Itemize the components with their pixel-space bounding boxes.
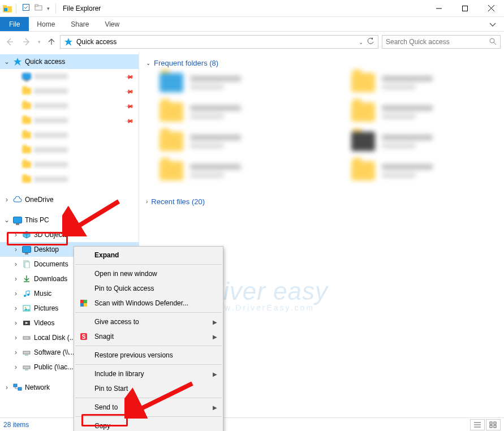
desktop-icon — [21, 244, 32, 255]
maximize-button[interactable] — [452, 0, 478, 17]
folder-item[interactable] — [160, 132, 306, 151]
cloud-icon — [12, 195, 23, 205]
tree-item-blurred[interactable] — [0, 157, 139, 172]
chevron-right-icon[interactable]: › — [12, 290, 19, 298]
address-text: Quick access — [76, 38, 359, 46]
ribbon-toggle-icon[interactable] — [481, 17, 504, 31]
cm-snagit[interactable]: SSnagit▶ — [74, 329, 223, 344]
submenu-arrow-icon: ▶ — [213, 404, 217, 411]
cm-copy[interactable]: Copy — [74, 419, 223, 431]
search-icon[interactable] — [489, 37, 497, 47]
view-tab[interactable]: View — [97, 17, 127, 31]
chevron-right-icon[interactable]: › — [146, 199, 148, 205]
cube-icon — [21, 230, 32, 240]
chevron-right-icon[interactable]: › — [3, 383, 10, 391]
svg-rect-35 — [84, 303, 87, 307]
cm-include-library[interactable]: Include in library▶ — [74, 367, 223, 381]
tree-item-blurred[interactable]: 📌 — [0, 69, 139, 84]
svg-marker-12 — [64, 38, 72, 46]
qat-dropdown-icon[interactable]: ▾ — [47, 6, 50, 11]
home-tab[interactable]: Home — [29, 17, 63, 31]
chevron-right-icon[interactable]: › — [12, 275, 19, 283]
share-tab[interactable]: Share — [63, 17, 97, 31]
cm-open-new-window[interactable]: Open in new window — [74, 266, 223, 281]
cm-pin-start[interactable]: Pin to Start — [74, 381, 223, 396]
recent-dropdown-icon[interactable]: ▾ — [35, 34, 43, 50]
tree-3d-objects[interactable]: ›3D Objects — [0, 227, 139, 242]
svg-line-14 — [494, 42, 496, 45]
chevron-right-icon[interactable]: › — [12, 260, 19, 268]
folder-item[interactable] — [160, 161, 306, 180]
chevron-right-icon[interactable]: › — [12, 334, 19, 342]
tree-item-blurred[interactable] — [0, 172, 139, 187]
folder-item[interactable] — [351, 132, 498, 151]
search-box[interactable] — [382, 35, 501, 49]
chevron-right-icon[interactable]: › — [12, 348, 19, 356]
frequent-folders-header[interactable]: ⌄ Frequent folders (8) — [146, 57, 497, 73]
back-button[interactable] — [1, 34, 18, 50]
svg-text:S: S — [82, 334, 86, 340]
svg-marker-15 — [14, 58, 21, 66]
close-button[interactable] — [478, 0, 504, 17]
svg-rect-7 — [463, 6, 468, 11]
tree-quick-access[interactable]: ⌄ Quick access — [0, 54, 139, 69]
tree-item-blurred[interactable] — [0, 128, 139, 143]
address-dropdown-icon[interactable]: ⌄ — [359, 39, 363, 45]
pin-icon: 📌 — [125, 101, 134, 110]
recent-files-header[interactable]: › Recent files (20) — [146, 195, 497, 212]
network-drive-icon — [21, 347, 32, 357]
tree-onedrive[interactable]: › OneDrive — [0, 192, 139, 207]
chevron-down-icon[interactable]: ⌄ — [146, 60, 150, 66]
tree-item-blurred[interactable]: 📌 — [0, 98, 139, 113]
tree-item-blurred[interactable]: 📌 — [0, 113, 139, 128]
qat-properties-icon[interactable] — [22, 3, 30, 13]
context-menu: Expand Open in new window Pin to Quick a… — [74, 246, 223, 431]
address-bar[interactable]: Quick access ⌄ — [60, 35, 378, 49]
chevron-right-icon[interactable]: › — [12, 319, 19, 327]
tree-this-pc[interactable]: ⌄ This PC — [0, 213, 139, 227]
chevron-right-icon[interactable]: › — [12, 304, 19, 312]
chevron-right-icon[interactable]: › — [12, 245, 19, 253]
cm-expand[interactable]: Expand — [74, 248, 223, 262]
chevron-down-icon[interactable]: ⌄ — [3, 216, 10, 224]
folder-item[interactable] — [160, 73, 306, 92]
cm-give-access[interactable]: Give access to▶ — [74, 314, 223, 329]
ribbon-tabs: File Home Share View — [0, 17, 504, 32]
cm-restore-versions[interactable]: Restore previous versions — [74, 348, 223, 363]
qat-new-folder-icon[interactable] — [35, 3, 42, 13]
cm-send-to[interactable]: Send to▶ — [74, 400, 223, 415]
svg-rect-45 — [490, 425, 492, 428]
pin-icon: 📌 — [125, 116, 134, 125]
svg-rect-31 — [18, 387, 21, 390]
folder-item[interactable] — [351, 102, 498, 122]
submenu-arrow-icon: ▶ — [213, 371, 217, 377]
file-tab[interactable]: File — [0, 17, 29, 31]
minimize-button[interactable] — [426, 0, 452, 17]
forward-button[interactable] — [18, 34, 35, 50]
explorer-icon — [2, 3, 12, 14]
folder-item[interactable] — [160, 102, 306, 122]
submenu-arrow-icon: ▶ — [213, 334, 217, 340]
refresh-icon[interactable] — [367, 37, 374, 47]
view-details-button[interactable] — [470, 419, 485, 430]
pictures-icon — [21, 303, 32, 313]
chevron-right-icon[interactable]: › — [3, 196, 10, 204]
tree-item-blurred[interactable]: 📌 — [0, 84, 139, 98]
folder-item[interactable] — [351, 161, 498, 180]
search-input[interactable] — [386, 38, 489, 46]
tree-item-blurred[interactable] — [0, 143, 139, 157]
item-count: 28 items — [3, 421, 29, 429]
svg-rect-3 — [23, 5, 29, 11]
svg-point-13 — [490, 38, 494, 43]
cm-scan-defender[interactable]: Scan with Windows Defender... — [74, 296, 223, 311]
drive-icon — [21, 333, 32, 343]
view-icons-button[interactable] — [486, 419, 501, 430]
submenu-arrow-icon: ▶ — [213, 319, 217, 325]
folder-item[interactable] — [351, 73, 498, 92]
chevron-right-icon[interactable]: › — [12, 363, 19, 371]
svg-point-25 — [28, 338, 29, 339]
chevron-down-icon[interactable]: ⌄ — [3, 58, 10, 66]
up-button[interactable] — [43, 34, 60, 50]
chevron-right-icon[interactable]: › — [12, 231, 19, 239]
cm-pin-quick-access[interactable]: Pin to Quick access — [74, 281, 223, 296]
